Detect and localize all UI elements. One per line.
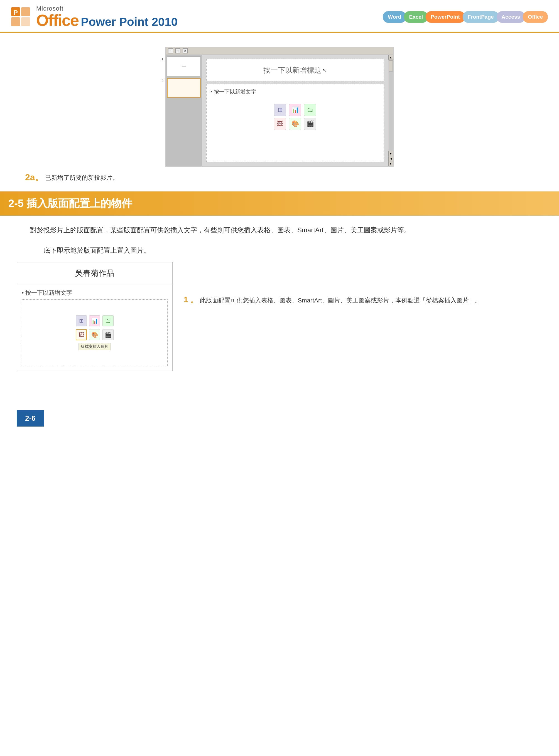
slide-number-1: 1 [161, 57, 163, 61]
demo-smartart-icon[interactable]: 🗂 [103, 315, 114, 326]
scroll-up-arrow[interactable]: ▲ [388, 55, 393, 60]
clipart-icon[interactable]: 🎨 [289, 118, 301, 130]
slide-number-2: 2 [161, 79, 163, 83]
demo-icons-row-1: ⊞ 📊 🗂 [76, 315, 114, 326]
demo-slide-content: • 按一下以新增文字 ⊞ 📊 🗂 🖼 🎨 🎬 [17, 284, 172, 371]
demo-icons-row-2: 🖼 🎨 🎬 [76, 329, 114, 340]
smartart-icon[interactable]: 🗂 [304, 104, 316, 116]
screenshot-scrollbar: ▲ ▼ ◀ ▶ [388, 55, 393, 166]
annotation-2a-label: 2a。 已新增了所要的新投影片。 [25, 172, 118, 183]
tab-excel-label[interactable]: Excel [404, 11, 428, 23]
slide-icons-row-1: ⊞ 📊 🗂 [274, 104, 316, 116]
callout-area: 1 。 此版面配置可供您插入表格、圖表、SmartArt、圖片、美工圖案或影片，… [184, 262, 542, 305]
step-2a-num: 2a [25, 172, 35, 182]
step-2a-badge: 2a。 [25, 172, 43, 183]
tab-frontpage-label[interactable]: FrontPage [463, 11, 499, 23]
tab-access-label[interactable]: Access [497, 11, 525, 23]
chart-icon[interactable]: 📊 [289, 104, 301, 116]
demo-slide-title: 吳春菊作品 [17, 262, 172, 284]
demo-clipart-icon[interactable]: 🎨 [89, 329, 100, 340]
logo-area: P Microsoft Office Power Point 2010 [11, 5, 178, 29]
body-paragraph-1: 對於投影片上的版面配置，某些版面配置可供您插入文字，有些則可供您插入表格、圖表、… [17, 224, 542, 236]
slide-content-placeholder[interactable]: • 按一下以新增文字 ⊞ 📊 🗂 🖼 🎨 🎬 [206, 84, 384, 162]
scrollbar-track [389, 61, 393, 151]
main-content: ─ □ ✕ 1 ━━━ 2 [0, 33, 559, 443]
tab-word-label[interactable]: Word [383, 11, 406, 23]
demo-slide-box: 吳春菊作品 • 按一下以新增文字 ⊞ 📊 🗂 🖼 🎨 🎬 [17, 262, 173, 371]
slide-thumb-2-container: 2 [167, 78, 201, 98]
tab-office[interactable]: Office [523, 11, 548, 23]
demo-tooltip: 從檔案插入圖片 [79, 343, 111, 350]
tab-access[interactable]: Access [497, 11, 525, 23]
titlebar-close[interactable]: ✕ [183, 48, 188, 53]
callout-num: 1 [184, 295, 188, 304]
page-number: 2-6 [17, 410, 44, 427]
nav-tabs: Word Excel PowerPoint FrontPage Access O… [385, 11, 548, 23]
slide-thumb-2[interactable] [167, 78, 201, 98]
logo-text-area: Microsoft Office Power Point 2010 [36, 5, 178, 29]
annotation-2a-area: 2a。 已新增了所要的新投影片。 [25, 172, 542, 183]
screenshot-box: ─ □ ✕ 1 ━━━ 2 [165, 47, 394, 167]
callout-content: 1 。 此版面配置可供您插入表格、圖表、SmartArt、圖片、美工圖案或影片，… [184, 295, 481, 305]
product-label: Power Point 2010 [81, 15, 178, 29]
demo-picture-icon[interactable]: 🖼 [76, 329, 87, 340]
slide-main: 按一下以新增標題 ↖ • 按一下以新增文字 ⊞ 📊 🗂 🖼 [202, 55, 388, 166]
svg-text:P: P [13, 9, 18, 17]
scroll-prev-arrow[interactable]: ◀ [388, 156, 393, 161]
scrollbar-thumb[interactable] [389, 61, 393, 71]
office-logo-icon: P [11, 7, 33, 27]
slide-1-content: ━━━ [182, 65, 186, 68]
demo-table-icon[interactable]: ⊞ [76, 315, 87, 326]
tab-powerpoint[interactable]: PowerPoint [426, 11, 465, 23]
tab-ppt-label[interactable]: PowerPoint [426, 11, 465, 23]
callout-line: 1 。 此版面配置可供您插入表格、圖表、SmartArt、圖片、美工圖案或影片，… [184, 295, 542, 305]
media-icon[interactable]: 🎬 [304, 118, 316, 130]
page-header: P Microsoft Office Power Point 2010 Word… [0, 0, 559, 33]
demo-bullet-text: • 按一下以新增文字 [22, 289, 167, 297]
section-25-title: 2-5 插入版面配置上的物件 [8, 197, 132, 211]
callout-dot: 。 [191, 295, 198, 305]
slide-thumb-1-container: 1 ━━━ [167, 56, 201, 76]
slide-title-placeholder[interactable]: 按一下以新增標題 ↖ [206, 59, 384, 81]
screenshot-titlebar: ─ □ ✕ [166, 47, 393, 55]
cursor-icon: ↖ [322, 67, 327, 73]
screenshot-body: 1 ━━━ 2 按一下以新增標題 ↖ [166, 55, 393, 166]
slide-panel: 1 ━━━ 2 [166, 55, 202, 166]
slide-icons-row-2: 🖼 🎨 🎬 [274, 118, 316, 130]
demo-content-area[interactable]: ⊞ 📊 🗂 🖼 🎨 🎬 從檔案插入圖片 [22, 299, 167, 366]
slide-thumb-1[interactable]: ━━━ [167, 56, 201, 76]
svg-rect-2 [11, 17, 20, 26]
scroll-down-arrow[interactable]: ▼ [388, 151, 393, 156]
titlebar-minimize[interactable]: ─ [168, 48, 173, 53]
svg-rect-3 [21, 17, 30, 26]
picture-icon[interactable]: 🖼 [274, 118, 286, 130]
demo-media-icon[interactable]: 🎬 [103, 329, 114, 340]
step-dot: 。 [35, 173, 43, 182]
demo-chart-icon[interactable]: 📊 [89, 315, 100, 326]
page-number-area: 2-6 [17, 393, 542, 427]
office-label: Office [36, 12, 79, 28]
svg-rect-1 [21, 7, 30, 16]
logo-combined: Office Power Point 2010 [36, 12, 178, 29]
body-paragraph-2: 底下即示範於版面配置上置入圖片。 [17, 244, 542, 256]
section-header-25: 2-5 插入版面配置上的物件 [0, 191, 559, 216]
slide-icons-grid: ⊞ 📊 🗂 🖼 🎨 🎬 [210, 104, 380, 130]
slide-demo-container: 吳春菊作品 • 按一下以新增文字 ⊞ 📊 🗂 🖼 🎨 🎬 [17, 262, 542, 371]
tab-frontpage[interactable]: FrontPage [463, 11, 499, 23]
tab-office-label[interactable]: Office [523, 11, 548, 23]
annotation-2a-text: 已新增了所要的新投影片。 [45, 174, 118, 182]
tab-excel[interactable]: Excel [404, 11, 428, 23]
scroll-next-arrow[interactable]: ▶ [388, 161, 393, 166]
titlebar-restore[interactable]: □ [175, 48, 180, 53]
tab-word[interactable]: Word [383, 11, 406, 23]
slide-content-text: • 按一下以新增文字 [210, 88, 380, 95]
table-icon[interactable]: ⊞ [274, 104, 286, 116]
callout-text: 此版面配置可供您插入表格、圖表、SmartArt、圖片、美工圖案或影片，本例點選… [200, 295, 481, 305]
slide-title-text: 按一下以新增標題 [263, 65, 321, 75]
